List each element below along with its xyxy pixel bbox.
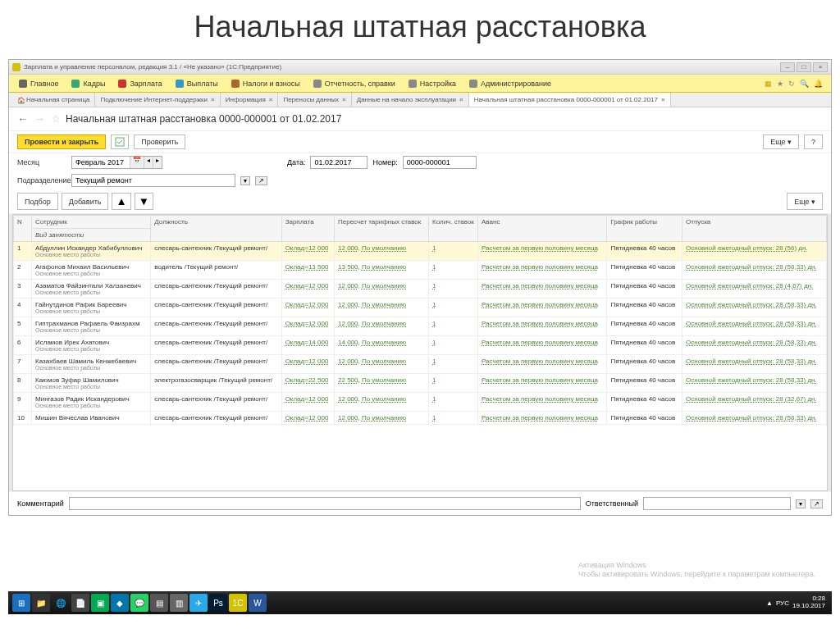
table-row[interactable]: 9 Мингазов Радик ИскандеровичОсновное ме… bbox=[14, 393, 827, 412]
add-button[interactable]: Добавить bbox=[62, 193, 109, 210]
cell-advance[interactable]: Расчетом за первую половину месяца bbox=[478, 412, 607, 425]
cell-units[interactable]: 1 bbox=[429, 393, 478, 412]
cell-salary[interactable]: Оклад=12 000 bbox=[281, 355, 334, 374]
save-close-button[interactable]: Провести и закрыть bbox=[17, 134, 106, 149]
bell-icon[interactable]: 🔔 bbox=[814, 80, 823, 88]
cell-advance[interactable]: Расчетом за первую половину месяца bbox=[478, 374, 607, 393]
cell-salary[interactable]: Оклад=13 500 bbox=[281, 261, 334, 280]
cell-units[interactable]: 1 bbox=[429, 261, 478, 280]
taskbar-app3[interactable]: ◆ bbox=[111, 594, 129, 612]
favorite-icon[interactable]: ☆ bbox=[52, 113, 61, 125]
move-down-button[interactable]: ▼ bbox=[135, 193, 153, 210]
tab-close-icon[interactable]: × bbox=[342, 96, 346, 103]
responsible-select-icon[interactable]: ▾ bbox=[796, 499, 806, 508]
history-icon[interactable]: ↻ bbox=[788, 80, 795, 88]
taskbar-app6[interactable]: ▥ bbox=[170, 594, 188, 612]
cell-vacation[interactable]: Основной ежегодный отпуск: 28 (58,33) дн… bbox=[682, 299, 827, 317]
table-row[interactable]: 7 Казахбаев Шамиль КенжебаевичОсновное м… bbox=[14, 355, 827, 374]
cell-vacation[interactable]: Основной ежегодный отпуск: 28 (58,33) дн… bbox=[682, 261, 827, 280]
number-input[interactable] bbox=[403, 156, 477, 169]
cell-vacation[interactable]: Основной ежегодный отпуск: 28 (58,33) дн… bbox=[682, 336, 827, 355]
menubar-item-1[interactable]: Кадры bbox=[65, 78, 112, 89]
col-n[interactable]: N bbox=[14, 216, 32, 242]
cell-recalc[interactable]: 12 000, По умолчанию bbox=[335, 280, 429, 299]
cell-units[interactable]: 1 bbox=[429, 280, 478, 299]
cell-recalc[interactable]: 14 000, По умолчанию bbox=[335, 336, 429, 355]
col-employment[interactable]: Вид занятости bbox=[32, 229, 151, 242]
taskbar-app5[interactable]: ▤ bbox=[150, 594, 168, 612]
cell-advance[interactable]: Расчетом за первую половину месяца bbox=[478, 242, 607, 261]
table-row[interactable]: 8 Каюмов Зуфар ШамиловичОсновное место р… bbox=[14, 374, 827, 393]
cell-units[interactable]: 1 bbox=[429, 242, 478, 261]
cell-recalc[interactable]: 12 000, По умолчанию bbox=[335, 299, 429, 317]
cell-advance[interactable]: Расчетом за первую половину месяца bbox=[478, 280, 607, 299]
cell-vacation[interactable]: Основной ежегодный отпуск: 28 (58,33) дн… bbox=[682, 355, 827, 374]
cell-units[interactable]: 1 bbox=[429, 412, 478, 425]
cell-advance[interactable]: Расчетом за первую половину месяца bbox=[478, 336, 607, 355]
window-maximize[interactable]: □ bbox=[797, 62, 811, 72]
cell-recalc[interactable]: 22 500, По умолчанию bbox=[335, 374, 429, 393]
taskbar-app7[interactable]: ✈ bbox=[189, 594, 208, 612]
taskbar-explorer[interactable]: 📁 bbox=[32, 594, 50, 612]
cell-recalc[interactable]: 12 000, По умолчанию bbox=[335, 393, 429, 412]
cell-advance[interactable]: Расчетом за первую половину месяца bbox=[478, 261, 607, 280]
responsible-open-icon[interactable]: ↗ bbox=[810, 499, 823, 508]
menubar-item-0[interactable]: Главное bbox=[12, 78, 65, 89]
menubar-item-5[interactable]: Отчетность, справки bbox=[307, 78, 402, 89]
tab-close-icon[interactable]: × bbox=[661, 96, 665, 103]
taskbar-app1[interactable]: 📄 bbox=[71, 594, 89, 612]
menubar-item-4[interactable]: Налоги и взносы bbox=[225, 78, 307, 89]
tab-close-icon[interactable]: × bbox=[269, 96, 273, 103]
cell-units[interactable]: 1 bbox=[429, 299, 478, 317]
tab-5[interactable]: Начальная штатная расстановка 0000-00000… bbox=[469, 93, 671, 107]
cell-units[interactable]: 1 bbox=[429, 355, 478, 374]
date-input[interactable] bbox=[310, 156, 368, 169]
table-row[interactable]: 6 Исламов Ирек АхатовичОсновное место ра… bbox=[14, 336, 827, 355]
table-row[interactable]: 2 Агафонов Михаил ВасильевичОсновное мес… bbox=[14, 261, 827, 280]
tab-3[interactable]: Переносы данных× bbox=[278, 93, 351, 107]
cell-advance[interactable]: Расчетом за первую половину месяца bbox=[478, 317, 607, 336]
cell-advance[interactable]: Расчетом за первую половину месяца bbox=[478, 355, 607, 374]
cell-salary[interactable]: Оклад=14 000 bbox=[281, 336, 334, 355]
cell-salary[interactable]: Оклад=12 000 bbox=[281, 412, 334, 425]
month-next[interactable]: ▸ bbox=[153, 157, 162, 168]
month-input[interactable] bbox=[72, 157, 130, 168]
tab-close-icon[interactable]: × bbox=[211, 96, 215, 103]
subunit-open-icon[interactable]: ↗ bbox=[255, 176, 267, 185]
responsible-input[interactable] bbox=[643, 497, 791, 510]
cell-vacation[interactable]: Основной ежегодный отпуск: 28 (4,67) дн. bbox=[682, 280, 827, 299]
subunit-select-icon[interactable]: ▾ bbox=[240, 176, 250, 185]
tray-arrow-icon[interactable]: ▲ bbox=[766, 599, 773, 607]
tray-lang[interactable]: РУС bbox=[776, 599, 789, 607]
col-schedule[interactable]: График работы bbox=[607, 216, 682, 242]
post-button[interactable] bbox=[111, 134, 129, 149]
help-button[interactable]: ? bbox=[804, 134, 823, 149]
taskbar-chrome[interactable]: 🌐 bbox=[52, 594, 70, 612]
cell-recalc[interactable]: 12 000, По умолчанию bbox=[335, 317, 429, 336]
cell-recalc[interactable]: 12 000, По умолчанию bbox=[335, 355, 429, 374]
cell-recalc[interactable]: 12 000, По умолчанию bbox=[335, 242, 429, 261]
col-employee[interactable]: Сотрудник bbox=[32, 216, 151, 229]
col-advance[interactable]: Аванс bbox=[478, 216, 607, 242]
tab-2[interactable]: Информация× bbox=[221, 93, 279, 107]
table-row[interactable]: 1 Абдуллин Искандер ХабибулловичОсновное… bbox=[14, 242, 827, 261]
col-vacation[interactable]: Отпуска bbox=[682, 216, 827, 242]
window-close[interactable]: × bbox=[813, 62, 828, 72]
menubar-item-3[interactable]: Выплаты bbox=[169, 78, 225, 89]
month-prev[interactable]: ◂ bbox=[144, 157, 153, 168]
tab-4[interactable]: Данные на начало эксплуатации× bbox=[352, 93, 469, 107]
star-icon[interactable]: ★ bbox=[777, 80, 783, 88]
cell-salary[interactable]: Оклад=12 000 bbox=[281, 299, 334, 317]
menubar-item-7[interactable]: Администрирование bbox=[463, 78, 558, 89]
search-icon[interactable]: 🔍 bbox=[800, 80, 809, 88]
menubar-item-6[interactable]: Настройка bbox=[402, 78, 463, 89]
col-position[interactable]: Должность bbox=[151, 216, 281, 242]
cell-vacation[interactable]: Основной ежегодный отпуск: 28 (58,33) дн… bbox=[682, 317, 827, 336]
cell-salary[interactable]: Оклад=22 500 bbox=[281, 374, 334, 393]
taskbar-start[interactable]: ⊞ bbox=[12, 594, 30, 612]
col-salary[interactable]: Зарплата bbox=[281, 216, 334, 242]
cell-advance[interactable]: Расчетом за первую половину месяца bbox=[478, 393, 607, 412]
tab-0[interactable]: 🏠Начальная страница bbox=[12, 93, 95, 107]
comment-input[interactable] bbox=[69, 497, 581, 510]
select-button[interactable]: Подбор bbox=[17, 193, 58, 210]
